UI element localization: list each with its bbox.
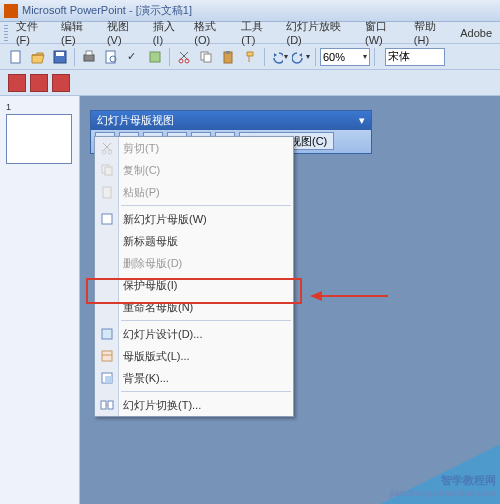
menu-edit[interactable]: 编辑(E) [57,17,101,48]
new-button[interactable] [6,47,26,67]
slide-thumbnail[interactable] [6,114,72,164]
svg-rect-21 [102,329,112,339]
powerpoint-icon [4,4,18,18]
layout-icon [99,348,115,364]
svg-text:✓: ✓ [127,50,136,62]
svg-rect-2 [56,52,64,56]
font-value: 宋体 [388,49,410,64]
transition-icon [99,397,115,413]
dropdown-icon: ▾ [359,114,365,127]
context-cut[interactable]: 剪切(T) [95,137,293,159]
context-master-layout[interactable]: 母版版式(L)... [95,345,293,367]
context-slide-transition[interactable]: 幻灯片切换(T)... [95,394,293,416]
pdf-toolbar [0,70,500,96]
context-rename-master[interactable]: 重命名母版(N) [95,296,293,318]
context-new-title-master[interactable]: 新标题母版 [95,230,293,252]
svg-rect-3 [84,55,94,61]
menu-tools[interactable]: 工具(T) [237,17,280,48]
context-slide-design[interactable]: 幻灯片设计(D)... [95,323,293,345]
watermark-sub: jiaocheng.chazidian.com [389,488,496,498]
svg-rect-14 [226,51,230,54]
master-toolbar-title[interactable]: 幻灯片母版视图 ▾ [91,111,371,130]
context-slide-transition-label: 幻灯片切换(T)... [123,398,201,413]
svg-rect-12 [204,54,211,62]
background-icon [99,370,115,386]
context-menu: 剪切(T) 复制(C) 粘贴(P) 新幻灯片母版(W) 新标题母版 删除母版(D… [94,136,294,417]
format-painter-button[interactable] [240,47,260,67]
svg-rect-25 [105,376,112,383]
context-new-slide-master-label: 新幻灯片母版(W) [123,212,207,227]
svg-rect-27 [108,401,113,409]
spellcheck-button[interactable]: ✓ [123,47,143,67]
menu-adobe[interactable]: Adobe [456,25,496,41]
slide-thumbnail-panel: 1 [0,96,80,504]
svg-rect-26 [101,401,106,409]
paste-icon [99,184,115,200]
context-delete-master-label: 删除母版(D) [123,256,182,271]
menu-help[interactable]: 帮助(H) [410,17,454,48]
context-rename-master-label: 重命名母版(N) [123,300,193,315]
svg-rect-19 [103,187,111,198]
context-master-layout-label: 母版版式(L)... [123,349,190,364]
context-copy[interactable]: 复制(C) [95,159,293,181]
watermark-main: 智学教程网 [389,473,496,488]
preview-button[interactable] [101,47,121,67]
zoom-value: 60% [323,51,345,63]
annotation-arrow [310,286,390,306]
font-combo[interactable]: 宋体 [385,48,445,66]
menu-window[interactable]: 窗口(W) [361,17,408,48]
menu-view[interactable]: 视图(V) [103,17,147,48]
context-copy-label: 复制(C) [123,163,160,178]
grip-icon [4,25,8,41]
app-name: Microsoft PowerPoint [22,4,126,16]
pdf-button-3[interactable] [52,74,70,92]
copy-button[interactable] [196,47,216,67]
menu-slideshow[interactable]: 幻灯片放映(D) [282,17,359,48]
context-background-label: 背景(K)... [123,371,169,386]
cut-icon [99,140,115,156]
svg-rect-4 [86,51,92,55]
menu-insert[interactable]: 插入(I) [149,17,189,48]
context-preserve-master-label: 保护母版(I) [123,278,177,293]
copy-icon [99,162,115,178]
menu-file[interactable]: 文件(F) [12,17,55,48]
svg-rect-22 [102,351,112,361]
print-button[interactable] [79,47,99,67]
svg-rect-8 [150,52,160,62]
app-title: Microsoft PowerPoint - [演示文稿1] [22,3,192,18]
slide-number: 1 [6,102,73,112]
context-preserve-master[interactable]: 保护母版(I) [95,274,293,296]
context-background[interactable]: 背景(K)... [95,367,293,389]
zoom-combo[interactable]: 60%▾ [320,48,370,66]
context-paste[interactable]: 粘贴(P) [95,181,293,203]
master-title-text: 幻灯片母版视图 [97,113,174,128]
save-button[interactable] [50,47,70,67]
research-button[interactable] [145,47,165,67]
pdf-button-2[interactable] [30,74,48,92]
new-slide-master-icon [99,211,115,227]
context-slide-design-label: 幻灯片设计(D)... [123,327,202,342]
svg-marker-29 [310,291,322,301]
svg-rect-20 [102,214,112,224]
menubar: 文件(F) 编辑(E) 视图(V) 插入(I) 格式(O) 工具(T) 幻灯片放… [0,22,500,44]
context-paste-label: 粘贴(P) [123,185,160,200]
svg-rect-18 [105,167,112,175]
open-button[interactable] [28,47,48,67]
paste-button[interactable] [218,47,238,67]
svg-rect-0 [11,51,20,63]
design-icon [99,326,115,342]
context-new-slide-master[interactable]: 新幻灯片母版(W) [95,208,293,230]
context-cut-label: 剪切(T) [123,141,159,156]
cut-button[interactable] [174,47,194,67]
watermark: 智学教程网 jiaocheng.chazidian.com [389,473,496,498]
context-delete-master[interactable]: 删除母版(D) [95,252,293,274]
undo-button[interactable]: ▾ [269,47,289,67]
doc-name: [演示文稿1] [136,4,192,16]
pdf-button-1[interactable] [8,74,26,92]
redo-button[interactable]: ▾ [291,47,311,67]
menu-format[interactable]: 格式(O) [190,17,235,48]
context-new-title-master-label: 新标题母版 [123,234,178,249]
